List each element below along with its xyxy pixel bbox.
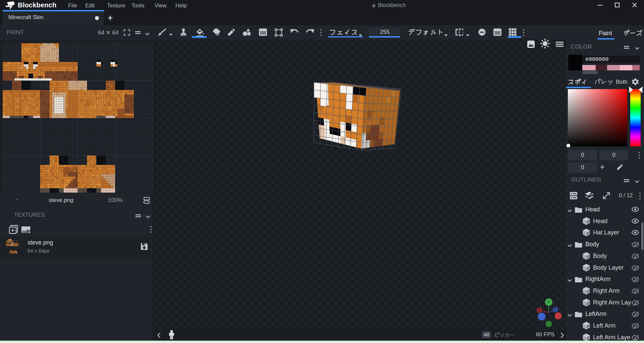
svg-text:Y: Y [547, 300, 550, 304]
svg-text:X: X [538, 308, 541, 312]
svg-text:Z: Z [554, 308, 556, 312]
